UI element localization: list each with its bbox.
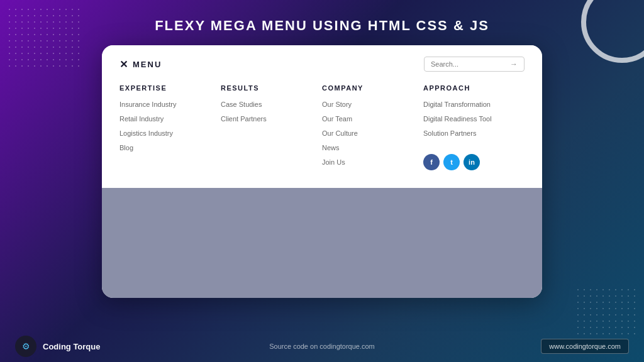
nav-link-case-studies[interactable]: Case Studies xyxy=(221,101,262,108)
nav-columns: EXPERTISE Insurance Industry Retail Indu… xyxy=(119,84,525,170)
dots-decoration-tl xyxy=(6,6,82,69)
nav-col-company: COMPANY Our Story Our Team Our Culture N… xyxy=(322,84,423,170)
brand-area: ⚙ Coding Torque xyxy=(15,336,100,357)
search-box[interactable]: → xyxy=(424,57,525,72)
menu-bottom-section xyxy=(102,188,542,298)
footer-url[interactable]: www.codingtorque.com xyxy=(541,339,629,354)
search-input[interactable] xyxy=(431,60,506,68)
footer-source-text: Source code on codingtorque.com xyxy=(269,343,375,350)
list-item: Client Partners xyxy=(221,112,322,124)
nav-link-client-partners[interactable]: Client Partners xyxy=(221,115,267,123)
list-item: News xyxy=(322,141,423,153)
list-item: Digital Transformation xyxy=(423,98,525,109)
nav-col-expertise: EXPERTISE Insurance Industry Retail Indu… xyxy=(119,84,221,170)
list-item: Retail Industry xyxy=(119,112,221,124)
nav-link-insurance[interactable]: Insurance Industry xyxy=(119,101,177,108)
col-heading-company: COMPANY xyxy=(322,84,423,92)
list-item: Our Story xyxy=(322,98,423,109)
list-item: Insurance Industry xyxy=(119,98,221,109)
col-heading-approach: APPROACH xyxy=(423,84,525,92)
menu-close-area[interactable]: ✕ MENU xyxy=(119,58,162,70)
list-item: Blog xyxy=(119,141,221,153)
col-heading-results: RESULTS xyxy=(221,84,322,92)
arc-decoration-tr xyxy=(581,0,644,63)
twitter-icon[interactable]: t xyxy=(443,154,460,170)
nav-link-logistics[interactable]: Logistics Industry xyxy=(119,129,173,137)
list-item: Our Culture xyxy=(322,127,423,138)
nav-link-our-story[interactable]: Our Story xyxy=(322,101,352,108)
social-icons-area: f t in xyxy=(423,153,525,170)
menu-panel: ✕ MENU → EXPERTISE Insurance Industry Re… xyxy=(102,45,542,188)
close-icon[interactable]: ✕ xyxy=(119,58,128,70)
menu-header-row: ✕ MENU → xyxy=(119,57,525,72)
list-item: Logistics Industry xyxy=(119,127,221,138)
search-arrow-icon: → xyxy=(510,60,518,69)
mega-menu-card: ✕ MENU → EXPERTISE Insurance Industry Re… xyxy=(102,45,542,298)
nav-link-retail[interactable]: Retail Industry xyxy=(119,115,164,123)
nav-link-digital-transformation[interactable]: Digital Transformation xyxy=(423,101,491,108)
col-heading-expertise: EXPERTISE xyxy=(119,84,221,92)
list-item: Digital Readiness Tool xyxy=(423,112,525,124)
footer: ⚙ Coding Torque Source code on codingtor… xyxy=(0,331,644,362)
facebook-icon[interactable]: f xyxy=(423,154,440,170)
list-item: Join Us xyxy=(322,156,423,167)
nav-link-news[interactable]: News xyxy=(322,144,340,151)
linkedin-icon[interactable]: in xyxy=(464,154,480,170)
nav-link-join-us[interactable]: Join Us xyxy=(322,158,345,166)
list-item: Solution Partners xyxy=(423,127,525,138)
page-title: FLEXY MEGA MENU USING HTML CSS & JS xyxy=(0,0,644,45)
nav-link-blog[interactable]: Blog xyxy=(119,144,133,151)
nav-col-approach: APPROACH Digital Transformation Digital … xyxy=(423,84,525,170)
nav-link-solution-partners[interactable]: Solution Partners xyxy=(423,129,476,137)
nav-link-our-culture[interactable]: Our Culture xyxy=(322,129,358,137)
list-item: Case Studies xyxy=(221,98,322,109)
brand-name: Coding Torque xyxy=(43,342,100,351)
nav-link-digital-readiness[interactable]: Digital Readiness Tool xyxy=(423,115,492,123)
nav-link-our-team[interactable]: Our Team xyxy=(322,115,352,123)
nav-col-results: RESULTS Case Studies Client Partners xyxy=(221,84,322,170)
dots-decoration-br xyxy=(575,287,638,337)
list-item: Our Team xyxy=(322,112,423,124)
menu-label: MENU xyxy=(133,60,162,69)
brand-logo-icon: ⚙ xyxy=(15,336,36,357)
